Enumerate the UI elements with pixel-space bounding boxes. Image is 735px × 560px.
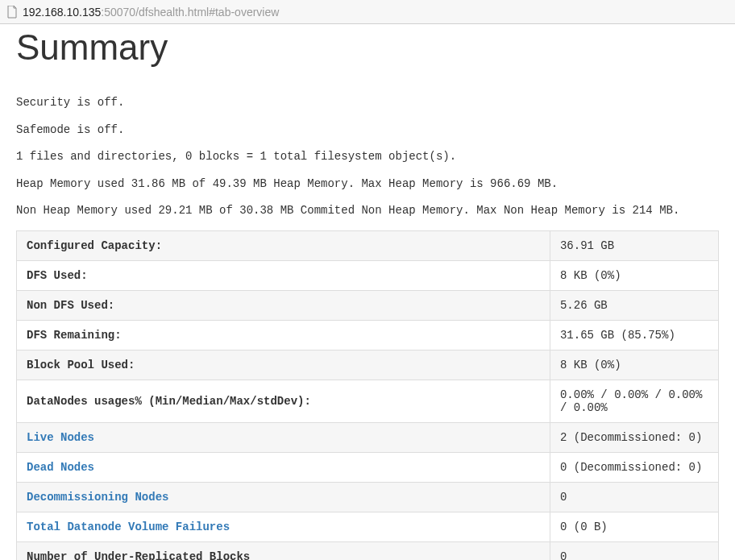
row-label: Number of Under-Replicated Blocks bbox=[17, 541, 550, 560]
row-value: 5.26 GB bbox=[550, 290, 718, 320]
row-value: 0 bbox=[550, 482, 718, 512]
table-row: Block Pool Used: 8 KB (0%) bbox=[17, 350, 719, 380]
row-value: 0 bbox=[550, 541, 718, 560]
address-url-rest: :50070/dfshealth.html#tab-overview bbox=[101, 6, 279, 19]
row-label: Total Datanode Volume Failures bbox=[17, 512, 550, 541]
row-label: DFS Used: bbox=[17, 260, 550, 290]
table-row: Dead Nodes 0 (Decommissioned: 0) bbox=[17, 452, 719, 482]
live-nodes-link[interactable]: Live Nodes bbox=[27, 431, 94, 444]
page-content: Summary Security is off. Safemode is off… bbox=[0, 27, 735, 560]
row-value: 36.91 GB bbox=[550, 230, 718, 260]
row-value: 31.65 GB (85.75%) bbox=[550, 320, 718, 350]
browser-address-bar[interactable]: 192.168.10.135:50070/dfshealth.html#tab-… bbox=[0, 0, 735, 24]
table-row: Decommissioning Nodes 0 bbox=[17, 482, 719, 512]
status-security: Security is off. bbox=[16, 95, 719, 111]
table-row: Number of Under-Replicated Blocks 0 bbox=[17, 541, 719, 560]
status-safemode: Safemode is off. bbox=[16, 122, 719, 139]
status-nonheap: Non Heap Memory used 29.21 MB of 30.38 M… bbox=[16, 203, 719, 219]
table-row: DFS Remaining: 31.65 GB (85.75%) bbox=[17, 320, 719, 350]
table-row: DataNodes usages% (Min/Median/Max/stdDev… bbox=[17, 380, 719, 422]
row-label: Live Nodes bbox=[17, 422, 550, 452]
row-label: Dead Nodes bbox=[17, 452, 550, 482]
summary-table: Configured Capacity: 36.91 GB DFS Used: … bbox=[16, 230, 719, 560]
dead-nodes-link[interactable]: Dead Nodes bbox=[27, 461, 94, 474]
row-value: 0.00% / 0.00% / 0.00% / 0.00% bbox=[550, 380, 718, 422]
status-files: 1 files and directories, 0 blocks = 1 to… bbox=[16, 149, 719, 165]
table-row: Non DFS Used: 5.26 GB bbox=[17, 290, 719, 320]
row-label: Configured Capacity: bbox=[17, 230, 550, 260]
page-title: Summary bbox=[16, 27, 719, 68]
row-value: 8 KB (0%) bbox=[550, 350, 718, 380]
row-label: Non DFS Used: bbox=[17, 290, 550, 320]
address-url-host: 192.168.10.135 bbox=[23, 6, 101, 19]
file-icon bbox=[6, 6, 18, 19]
table-row: Total Datanode Volume Failures 0 (0 B) bbox=[17, 512, 719, 541]
row-value: 0 (Decommissioned: 0) bbox=[550, 452, 718, 482]
row-label: Decommissioning Nodes bbox=[17, 482, 550, 512]
table-row: DFS Used: 8 KB (0%) bbox=[17, 260, 719, 290]
address-url: 192.168.10.135:50070/dfshealth.html#tab-… bbox=[23, 6, 279, 19]
status-heap: Heap Memory used 31.86 MB of 49.39 MB He… bbox=[16, 176, 719, 193]
volume-failures-link[interactable]: Total Datanode Volume Failures bbox=[27, 521, 230, 533]
table-row: Configured Capacity: 36.91 GB bbox=[17, 230, 719, 260]
row-value: 2 (Decommissioned: 0) bbox=[550, 422, 718, 452]
table-row: Live Nodes 2 (Decommissioned: 0) bbox=[17, 422, 719, 452]
decommissioning-nodes-link[interactable]: Decommissioning Nodes bbox=[27, 491, 168, 504]
row-label: Block Pool Used: bbox=[17, 350, 550, 380]
status-lines: Security is off. Safemode is off. 1 file… bbox=[16, 95, 719, 219]
row-label: DataNodes usages% (Min/Median/Max/stdDev… bbox=[17, 380, 550, 422]
row-value: 0 (0 B) bbox=[550, 512, 718, 541]
row-label: DFS Remaining: bbox=[17, 320, 550, 350]
row-value: 8 KB (0%) bbox=[550, 260, 718, 290]
